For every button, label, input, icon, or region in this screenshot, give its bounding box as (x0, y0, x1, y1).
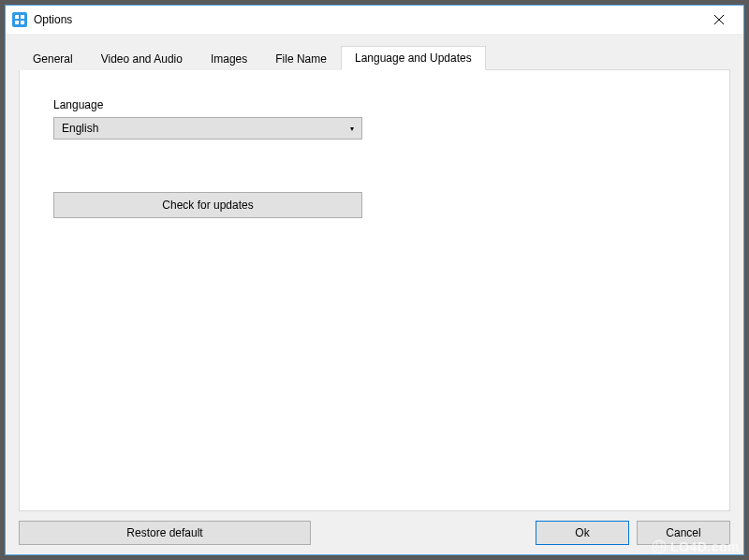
svg-rect-0 (12, 12, 27, 27)
restore-default-button[interactable]: Restore default (19, 521, 311, 545)
tab-language-updates[interactable]: Language and Updates (341, 46, 486, 70)
tabpanel-language-updates: Language English ▾ Check for updates (19, 69, 730, 511)
window-title: Options (34, 13, 700, 26)
tab-images[interactable]: Images (197, 47, 261, 70)
language-select[interactable]: English ▾ (53, 117, 362, 140)
svg-rect-3 (15, 21, 19, 24)
options-dialog: Options General Video and Audio Images F… (5, 5, 744, 555)
close-icon (714, 15, 724, 24)
ok-button[interactable]: Ok (536, 521, 629, 545)
dialog-buttons: Restore default Ok Cancel (19, 511, 730, 545)
app-icon (11, 11, 28, 28)
client-area: General Video and Audio Images File Name… (6, 34, 743, 554)
svg-rect-2 (21, 15, 24, 19)
close-button[interactable] (700, 7, 738, 33)
tabstrip: General Video and Audio Images File Name… (19, 45, 730, 69)
chevron-down-icon: ▾ (350, 125, 354, 133)
tab-general[interactable]: General (19, 47, 87, 70)
tab-file-name[interactable]: File Name (261, 47, 341, 70)
tab-video-audio[interactable]: Video and Audio (87, 47, 197, 70)
language-select-value: English (62, 122, 98, 135)
language-label: Language (53, 98, 696, 111)
svg-rect-1 (15, 15, 19, 19)
cancel-button[interactable]: Cancel (637, 521, 730, 545)
check-updates-button[interactable]: Check for updates (53, 192, 362, 218)
svg-rect-4 (21, 21, 24, 24)
titlebar: Options (6, 6, 743, 34)
